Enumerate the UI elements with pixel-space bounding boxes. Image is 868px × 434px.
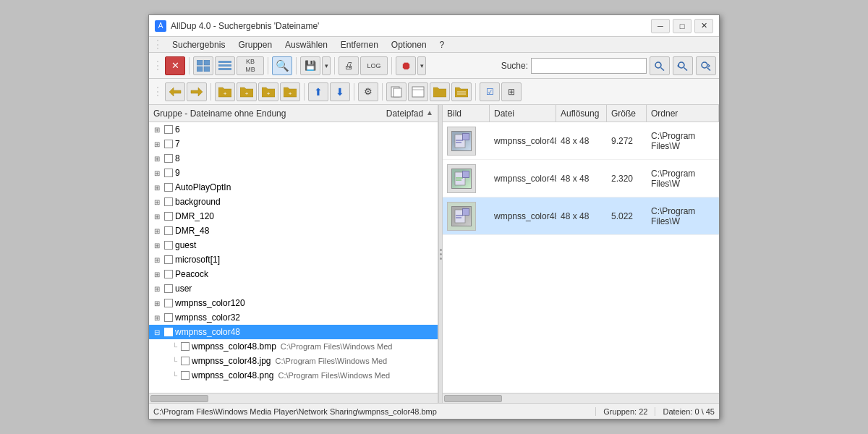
back-button[interactable]	[165, 82, 185, 101]
expand-autoplayoptin[interactable]: ⊞	[152, 182, 162, 192]
save-dropdown[interactable]: ▾	[322, 56, 331, 75]
menu-help[interactable]: ?	[434, 38, 451, 51]
check-wmpnss120[interactable]	[164, 299, 173, 307]
file-row-jpg[interactable]: wmpnss_color48.jpg 48 x 48 2.320 C:\Prog…	[443, 160, 719, 197]
maximize-button[interactable]: □	[673, 19, 692, 33]
view-detail-button[interactable]	[215, 56, 235, 75]
menu-suchergebnis[interactable]: Suchergebnis	[166, 38, 231, 51]
tree-item-autoplayoptin[interactable]: ⊞ AutoPlayOptIn	[149, 180, 438, 195]
check-background[interactable]	[164, 197, 173, 206]
check-sub-jpg[interactable]	[181, 357, 190, 365]
expand-background[interactable]: ⊞	[152, 197, 162, 207]
expand-guest[interactable]: ⊞	[152, 240, 162, 250]
check-dmr120[interactable]	[164, 212, 173, 221]
expand-dmr48[interactable]: ⊞	[152, 226, 162, 236]
sub-item-png[interactable]: └ wmpnss_color48.png C:\Program Files\Wi…	[149, 368, 438, 383]
file-row-bmp[interactable]: wmpnss_color48.bmp 48 x 48 9.272 C:\Prog…	[443, 122, 719, 160]
folder-add1-button[interactable]: +	[215, 82, 235, 101]
search-execute-button[interactable]	[650, 56, 670, 75]
file-row-png[interactable]: wmpnss_color48.png 48 x 48 5.022 C:\Prog…	[443, 197, 719, 235]
expand-8[interactable]: ⊞	[152, 153, 162, 163]
print-button[interactable]: 🖨	[339, 56, 359, 75]
tree-item-peacock[interactable]: ⊞ Peacock	[149, 267, 438, 281]
left-hscroll-thumb[interactable]	[150, 395, 208, 402]
save-button[interactable]: 💾	[300, 56, 320, 75]
folder-add3-button[interactable]: +	[258, 82, 278, 101]
tree-item-wmpnss48[interactable]: ⊟ wmpnss_color48	[149, 325, 438, 339]
search-input[interactable]	[531, 58, 647, 74]
close-button[interactable]: ✕	[694, 19, 713, 33]
expand-user[interactable]: ⊞	[152, 284, 162, 294]
menu-optionen[interactable]: Optionen	[386, 38, 433, 51]
left-hscroll[interactable]	[149, 393, 438, 403]
check-wmpnss32[interactable]	[164, 313, 173, 322]
check-peacock[interactable]	[164, 270, 173, 278]
expand-6[interactable]: ⊞	[152, 124, 162, 135]
check-9[interactable]	[164, 169, 173, 177]
expand-peacock[interactable]: ⊞	[152, 269, 162, 279]
right-hscroll-thumb[interactable]	[444, 395, 502, 402]
menu-auswaehlen[interactable]: Auswählen	[279, 38, 333, 51]
expand-9[interactable]: ⊞	[152, 168, 162, 178]
log-button[interactable]: LOG	[360, 56, 388, 75]
tree-item-8[interactable]: ⊞ 8	[149, 151, 438, 166]
tree-item-dmr48[interactable]: ⊞ DMR_48	[149, 224, 438, 238]
tree-item-microsoft1[interactable]: ⊞ microsoft[1]	[149, 252, 438, 267]
tree-item-background[interactable]: ⊞ background	[149, 195, 438, 209]
right-hscroll[interactable]	[443, 393, 719, 403]
folder-view-button[interactable]	[451, 82, 472, 101]
tree-area[interactable]: ⊞ 6 ⊞ 7 ⊞ 8 ⊞ 9	[149, 122, 438, 393]
toolbar-1: ⋮ ✕ KBMB 🔍 💾 ▾ 🖨 LOG ⏺ ▾ Suche:	[149, 53, 719, 79]
file-view-button[interactable]	[408, 82, 428, 101]
check-all-button[interactable]: ☑	[480, 82, 500, 101]
view-mode-button[interactable]: ⊞	[501, 82, 522, 101]
check-guest[interactable]	[164, 241, 173, 250]
check-microsoft1[interactable]	[164, 255, 173, 264]
menu-entfernen[interactable]: Entfernen	[335, 38, 384, 51]
expand-wmpnss32[interactable]: ⊞	[152, 312, 162, 323]
forward-button[interactable]	[187, 82, 207, 101]
check-autoplayoptin[interactable]	[164, 183, 173, 192]
move-up-button[interactable]: ⬆	[308, 82, 328, 101]
find-button[interactable]: 🔍	[272, 56, 292, 75]
sub-item-jpg[interactable]: └ wmpnss_color48.jpg C:\Program Files\Wi…	[149, 354, 438, 368]
move-down-button[interactable]: ⬇	[330, 82, 350, 101]
check-sub-bmp[interactable]	[181, 342, 190, 351]
minimize-button[interactable]: ─	[651, 19, 670, 33]
expand-7[interactable]: ⊞	[152, 139, 162, 149]
check-user[interactable]	[164, 284, 173, 293]
search-prev-button[interactable]	[673, 56, 693, 75]
folder-add2-button[interactable]: +	[237, 82, 257, 101]
tree-item-6[interactable]: ⊞ 6	[149, 122, 438, 137]
folder-add4-button[interactable]: +	[280, 82, 300, 101]
file-list[interactable]: wmpnss_color48.bmp 48 x 48 9.272 C:\Prog…	[443, 122, 719, 393]
expand-microsoft1[interactable]: ⊞	[152, 255, 162, 265]
tree-item-dmr120[interactable]: ⊞ DMR_120	[149, 209, 438, 224]
size-button[interactable]: KBMB	[237, 56, 264, 75]
menu-gruppen[interactable]: Gruppen	[232, 38, 278, 51]
view-list-button[interactable]	[193, 56, 213, 75]
tree-item-wmpnss32[interactable]: ⊞ wmpnss_color32	[149, 310, 438, 325]
tree-item-guest[interactable]: ⊞ guest	[149, 238, 438, 252]
tree-item-wmpnss120[interactable]: ⊞ wmpnss_color120	[149, 296, 438, 310]
check-sub-png[interactable]	[181, 371, 190, 380]
check-wmpnss48[interactable]	[164, 328, 173, 336]
check-8[interactable]	[164, 154, 173, 163]
tree-item-7[interactable]: ⊞ 7	[149, 137, 438, 151]
delete-button[interactable]: ✕	[165, 56, 185, 75]
check-dmr48[interactable]	[164, 226, 173, 235]
search-next-button[interactable]	[696, 56, 716, 75]
stop-button[interactable]: ⏺	[396, 56, 416, 75]
folder-open-button[interactable]	[430, 82, 450, 101]
check-6[interactable]	[164, 125, 173, 134]
settings-button[interactable]: ⚙	[358, 82, 378, 101]
stop-dropdown[interactable]: ▾	[417, 56, 426, 75]
sub-item-bmp[interactable]: └ wmpnss_color48.bmp C:\Program Files\Wi…	[149, 339, 438, 354]
tree-item-user[interactable]: ⊞ user	[149, 281, 438, 296]
expand-wmpnss48[interactable]: ⊟	[152, 327, 162, 337]
expand-dmr120[interactable]: ⊞	[152, 211, 162, 221]
check-7[interactable]	[164, 140, 173, 148]
tree-item-9[interactable]: ⊞ 9	[149, 166, 438, 180]
file-copy-button[interactable]	[386, 82, 407, 101]
expand-wmpnss120[interactable]: ⊞	[152, 298, 162, 308]
